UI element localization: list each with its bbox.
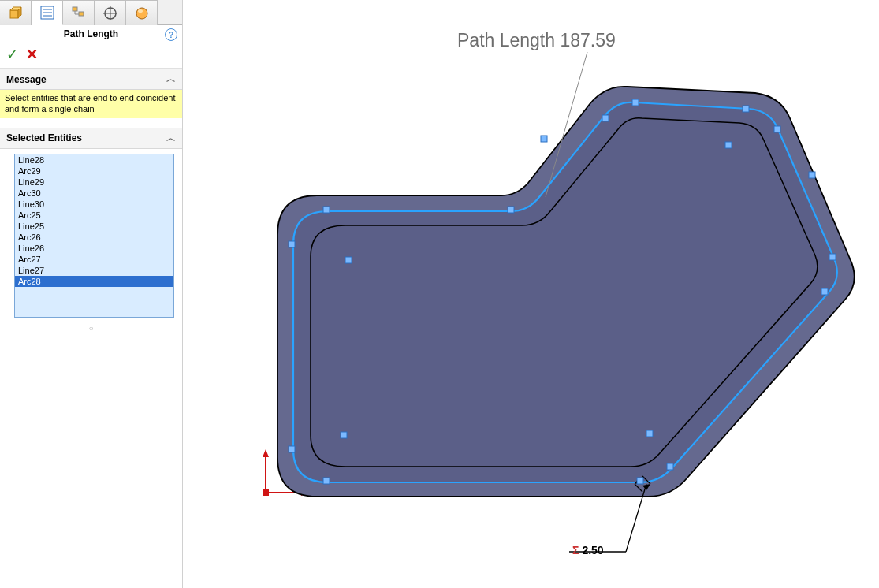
svg-rect-29 <box>774 126 780 132</box>
list-item[interactable]: Arc27 <box>15 254 173 265</box>
confirm-row: ✓ ✕ <box>0 43 182 69</box>
tab-display-manager[interactable] <box>126 0 158 25</box>
list-item[interactable]: Line29 <box>15 177 173 188</box>
offset-dimension[interactable]: Σ2.50 <box>572 544 604 556</box>
list-item[interactable]: Arc25 <box>15 210 173 221</box>
list-item[interactable]: Line27 <box>15 265 173 276</box>
dimension-value: 2.50 <box>582 544 603 556</box>
svg-rect-35 <box>289 241 295 247</box>
list-icon <box>39 5 55 20</box>
svg-rect-31 <box>632 99 639 106</box>
svg-rect-32 <box>602 115 609 121</box>
list-item[interactable]: Line25 <box>15 221 173 232</box>
svg-rect-18 <box>263 489 269 496</box>
tree-icon <box>71 6 87 21</box>
ok-button[interactable]: ✓ <box>6 46 18 63</box>
tab-configuration-manager[interactable] <box>63 0 95 25</box>
list-item[interactable]: Arc26 <box>15 232 173 243</box>
chevron-up-icon: ︿ <box>166 73 176 86</box>
selected-entities-header[interactable]: Selected Entities ︿ <box>0 128 182 149</box>
message-section-header[interactable]: Message ︿ <box>0 69 182 90</box>
svg-rect-40 <box>541 136 547 142</box>
svg-rect-43 <box>341 432 347 438</box>
svg-point-12 <box>136 8 147 19</box>
list-item[interactable]: Arc30 <box>15 188 173 199</box>
target-icon <box>102 6 118 21</box>
list-item[interactable]: Line26 <box>15 243 173 254</box>
svg-rect-25 <box>323 478 330 484</box>
svg-rect-34 <box>323 207 330 213</box>
svg-rect-27 <box>821 288 828 295</box>
svg-rect-36 <box>289 446 295 452</box>
svg-rect-37 <box>667 463 673 470</box>
cancel-button[interactable]: ✕ <box>26 46 38 63</box>
svg-rect-8 <box>79 12 84 16</box>
svg-rect-26 <box>637 478 643 484</box>
list-item[interactable]: Arc29 <box>15 166 173 177</box>
svg-rect-33 <box>508 207 514 213</box>
svg-rect-0 <box>10 10 18 18</box>
entity-list[interactable]: Line28Arc29Line29Arc30Line30Arc25Line25A… <box>14 154 174 318</box>
help-icon[interactable]: ? <box>165 28 177 41</box>
message-body: Select entities that are end to end coin… <box>0 90 182 118</box>
property-panel: Path Length ? ✓ ✕ Message ︿ Select entit… <box>0 0 183 588</box>
list-item[interactable]: Arc28 <box>15 276 173 287</box>
sketch-canvas <box>183 0 879 588</box>
svg-marker-15 <box>263 449 269 457</box>
selected-entities-label: Selected Entities <box>6 132 82 143</box>
svg-rect-39 <box>725 142 732 148</box>
svg-rect-28 <box>829 254 836 260</box>
path-length-annotation[interactable]: Path Length 187.59 <box>457 30 616 51</box>
graphics-viewport[interactable]: Path Length 187.59 Σ2.50 <box>183 0 879 588</box>
tab-feature-manager[interactable] <box>0 0 32 25</box>
panel-title: Path Length <box>64 28 118 39</box>
cube-icon <box>8 6 24 21</box>
svg-rect-38 <box>809 172 815 178</box>
list-item[interactable]: Line30 <box>15 199 173 210</box>
message-header-label: Message <box>6 74 47 85</box>
chevron-up-icon: ︿ <box>166 132 176 145</box>
svg-point-13 <box>138 9 143 13</box>
list-item[interactable]: Line28 <box>15 154 173 166</box>
tab-property-manager[interactable] <box>32 0 63 25</box>
svg-rect-7 <box>73 7 77 11</box>
tab-dim-manager[interactable] <box>95 0 126 25</box>
panel-title-row: Path Length ? <box>0 25 182 43</box>
list-resize-handle[interactable]: ○ <box>0 321 182 333</box>
svg-rect-41 <box>345 257 352 263</box>
svg-rect-30 <box>743 106 749 112</box>
sphere-icon <box>134 6 150 21</box>
svg-rect-42 <box>646 430 653 437</box>
sigma-icon: Σ <box>572 544 579 556</box>
panel-tabs <box>0 0 182 25</box>
